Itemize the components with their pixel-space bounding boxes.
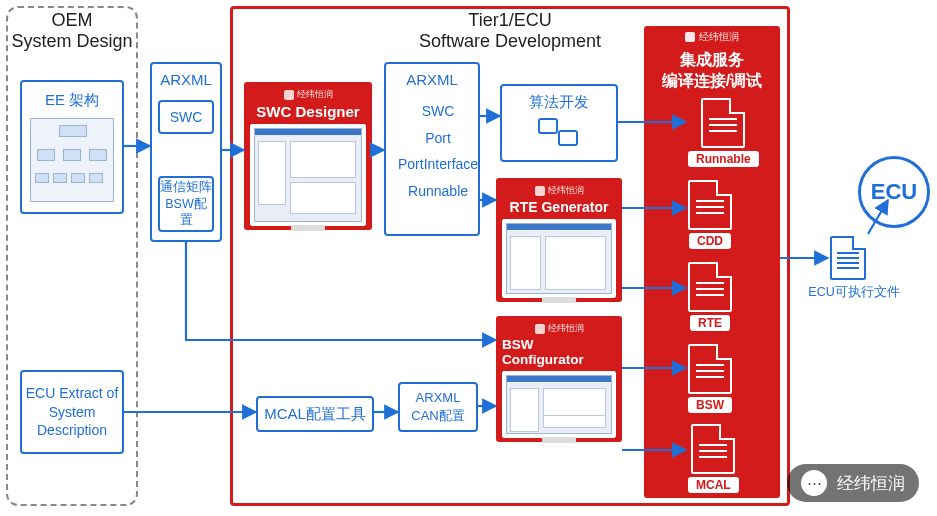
file-label: MCAL (688, 477, 739, 493)
file-cdd: CDD (688, 180, 732, 249)
file-bsw: BSW (688, 344, 732, 413)
brand-label: 经纬恒润 (644, 26, 780, 44)
file-rte: RTE (688, 262, 732, 331)
arxml-left-swc: SWC (158, 100, 214, 134)
file-label: CDD (689, 233, 731, 249)
ee-architecture-thumbnail (30, 118, 114, 202)
tool-screenshot (250, 124, 366, 226)
arxml-mid-item: PortInterface (398, 151, 478, 178)
algorithm-dev-box: 算法开发 (500, 84, 618, 162)
file-icon (688, 180, 732, 230)
arxml-left-title: ARXML (160, 64, 212, 90)
tool-screenshot (502, 371, 616, 438)
arxml-mid-list: SWC Port PortInterface Runnable (386, 90, 488, 204)
brand-label: 经纬恒润 (535, 184, 584, 197)
exec-file-icon (830, 236, 866, 280)
ee-architecture-box: EE 架构 (20, 80, 124, 214)
file-label: BSW (688, 397, 732, 413)
file-icon (701, 98, 745, 148)
ecu-extract-box: ECU Extract of System Description (20, 370, 124, 454)
swc-designer-title: SWC Designer (256, 103, 359, 120)
file-label: RTE (690, 315, 730, 331)
exec-file-label: ECU可执行文件 (806, 284, 902, 301)
file-mcal: MCAL (688, 424, 739, 493)
ecu-label: ECU (871, 179, 917, 205)
file-icon (688, 344, 732, 394)
file-icon (691, 424, 735, 474)
mcal-output-box: ARXML CAN配置 (398, 382, 478, 432)
arxml-mid-item: Runnable (398, 178, 478, 205)
brand-label: 经纬恒润 (284, 88, 333, 101)
brand-label: 经纬恒润 (535, 322, 584, 335)
file-label: Runnable (688, 151, 759, 167)
ee-architecture-label: EE 架构 (45, 90, 99, 110)
arxml-mid-item: SWC (398, 98, 478, 125)
bsw-configurator-title: BSW Configurator (502, 337, 616, 367)
swc-designer-tool: 经纬恒润 SWC Designer (244, 82, 372, 230)
file-runnable: Runnable (688, 98, 759, 167)
rte-generator-title: RTE Generator (510, 199, 609, 215)
arxml-mid-title: ARXML (406, 64, 458, 90)
arxml-mid-item: Port (398, 125, 478, 152)
watermark: ⋯ 经纬恒润 (787, 464, 919, 502)
arxml-left-comm: 通信矩阵 BSW配置 (158, 176, 214, 232)
bsw-configurator-tool: 经纬恒润 BSW Configurator (496, 316, 622, 442)
ecu-target: ECU (858, 156, 930, 228)
rte-generator-tool: 经纬恒润 RTE Generator (496, 178, 622, 302)
mcal-tool-box: MCAL配置工具 (256, 396, 374, 432)
algorithm-icon (538, 118, 580, 148)
watermark-label: 经纬恒润 (837, 472, 905, 495)
wechat-icon: ⋯ (801, 470, 827, 496)
oem-title: OEM System Design (6, 10, 138, 52)
arxml-mid-column: ARXML SWC Port PortInterface Runnable (384, 62, 480, 236)
services-title: 集成服务 编译连接/调试 (644, 44, 780, 92)
algorithm-dev-label: 算法开发 (529, 92, 589, 112)
tool-screenshot (502, 219, 616, 298)
file-icon (688, 262, 732, 312)
